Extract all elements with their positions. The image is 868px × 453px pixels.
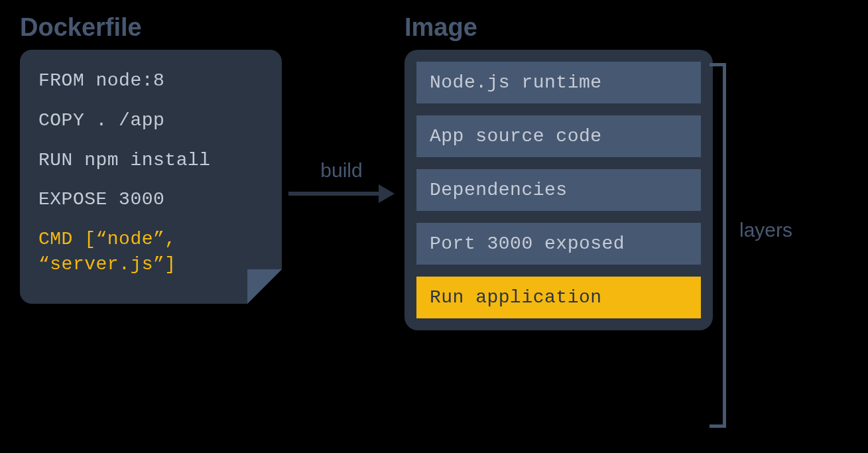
dockerfile-line-copy: COPY . /app — [38, 108, 263, 133]
dockerfile-card: FROM node:8 COPY . /app RUN npm install … — [20, 50, 282, 304]
build-arrow-section: build — [285, 13, 398, 203]
image-section: Image Node.js runtime App source code De… — [404, 13, 713, 330]
dockerfile-line-expose: EXPOSE 3000 — [38, 187, 263, 212]
image-card: Node.js runtime App source code Dependen… — [404, 50, 713, 330]
dockerfile-line-from: FROM node:8 — [38, 68, 263, 94]
dockerfile-line-run: RUN npm install — [38, 148, 263, 173]
layers-label: layers — [739, 219, 792, 241]
dockerfile-section: Dockerfile FROM node:8 COPY . /app RUN n… — [20, 13, 285, 304]
layer-source: App source code — [416, 115, 701, 157]
build-arrow-icon — [288, 183, 395, 203]
layer-dependencies: Dependencies — [416, 169, 701, 211]
image-title: Image — [404, 13, 713, 42]
layer-runtime: Node.js runtime — [416, 62, 701, 103]
layer-port: Port 3000 exposed — [416, 223, 701, 265]
layer-run: Run application — [416, 277, 701, 318]
arrow-label: build — [320, 159, 362, 182]
layers-bracket-icon — [706, 63, 726, 428]
dockerfile-line-cmd: CMD [“node”, “server.js”] — [38, 227, 263, 277]
dockerfile-title: Dockerfile — [20, 13, 285, 42]
